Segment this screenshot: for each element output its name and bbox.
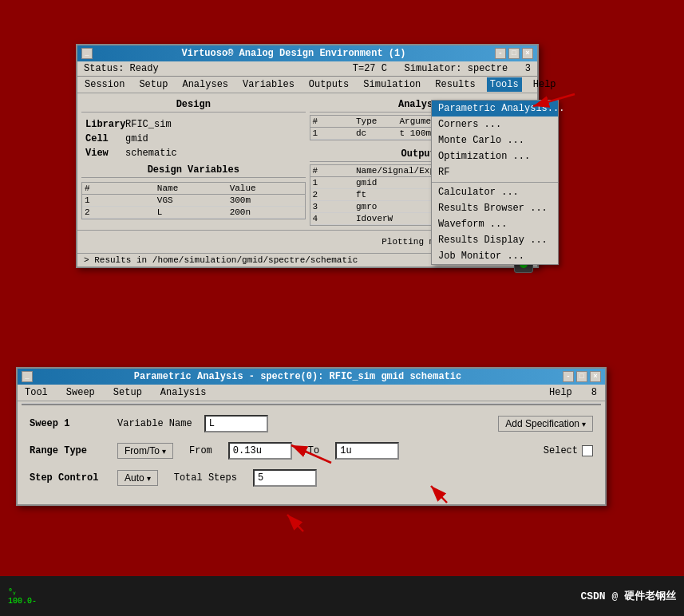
design-header: Design — [81, 97, 306, 113]
menu-monte-carlo[interactable]: Monte Carlo ... — [432, 132, 558, 148]
from-input[interactable] — [228, 442, 292, 460]
menu-outputs[interactable]: Outputs — [306, 77, 352, 92]
cell-row: Cell gmid — [85, 132, 302, 146]
out-r4-name: IdoverW — [356, 214, 443, 223]
from-label: From — [189, 445, 212, 456]
view-value: schematic — [125, 148, 177, 159]
library-value: RFIC_sim — [125, 119, 172, 130]
param-menu-help[interactable]: Help — [546, 385, 575, 400]
out-r3-num: 3 — [313, 202, 357, 211]
menu-session[interactable]: Session — [81, 77, 128, 92]
to-label: To — [308, 445, 319, 456]
select-label: Select — [544, 445, 578, 456]
to-input[interactable] — [335, 442, 399, 460]
param-minimize-btn[interactable]: _ — [22, 371, 33, 382]
parametric-window: _ Parametric Analysis - spectre(0): RFIC… — [16, 367, 607, 506]
svg-line-4 — [287, 515, 303, 531]
range-type-dropdown-icon: ▾ — [162, 447, 166, 456]
dv-row1-num: 1 — [85, 195, 157, 205]
dv-col-num: # — [85, 184, 157, 193]
maximize-btn[interactable]: □ — [508, 48, 520, 59]
step-control-dropdown-icon: ▾ — [147, 474, 151, 483]
out-r1-name: gmid — [356, 178, 443, 188]
dv-row1-value: 300m — [230, 195, 302, 205]
menu-calculator[interactable]: Calculator ... — [432, 184, 558, 200]
select-checkbox[interactable] — [582, 445, 593, 456]
param-menu-bar: Tool Sweep Setup Analysis Help 8 — [18, 385, 605, 401]
menu-results-display[interactable]: Results Display ... — [432, 232, 558, 248]
total-steps-label: Total Steps — [174, 472, 237, 484]
out-r2-num: 2 — [313, 190, 357, 199]
param-right-controls[interactable]: - □ × — [563, 371, 601, 382]
menu-analyses[interactable]: Analyses — [179, 77, 231, 92]
step-control-value: Auto — [125, 472, 144, 484]
total-steps-input[interactable] — [253, 469, 317, 487]
menu-job-monitor[interactable]: Job Monitor ... — [432, 248, 558, 264]
param-close-btn[interactable]: × — [590, 371, 601, 382]
range-type-row: Range Type From/To ▾ From To Select — [30, 442, 593, 460]
out-r1-num: 1 — [313, 178, 357, 188]
an-row1-type: dc — [356, 128, 400, 138]
menu-corners[interactable]: Corners ... — [432, 116, 558, 132]
library-row: Library RFIC_sim — [85, 117, 302, 132]
step-control-row: Step Control Auto ▾ Total Steps — [30, 469, 593, 487]
param-min-btn[interactable]: - — [563, 371, 574, 382]
out-r2-name: ft — [356, 190, 443, 199]
param-menu-sweep[interactable]: Sweep — [63, 385, 98, 400]
param-menu-analysis[interactable]: Analysis — [157, 385, 210, 400]
menu-parametric-analysis[interactable]: Parametric Analysis... — [432, 101, 558, 116]
menu-simulation[interactable]: Simulation — [360, 77, 424, 92]
out-col-name: Name/Signal/Expr — [356, 166, 443, 176]
param-left-controls[interactable]: _ — [22, 371, 33, 382]
bottom-strip: ⁰ᵧ 100.0- CSDN @ 硬件老钢丝 — [0, 576, 684, 616]
library-label: Library — [85, 119, 117, 130]
menu-optimization[interactable]: Optimization ... — [432, 148, 558, 164]
cell-label: Cell — [85, 133, 117, 144]
ade-title: Virtuoso® Analog Design Environment (1) — [182, 48, 406, 59]
close-btn[interactable]: × — [522, 48, 533, 59]
param-max-btn[interactable]: □ — [576, 371, 587, 382]
add-specification-button[interactable]: Add Specification ▾ — [498, 416, 593, 432]
design-info: Library RFIC_sim Cell gmid View schemati… — [81, 115, 306, 163]
step-control-button[interactable]: Auto ▾ — [117, 470, 158, 486]
ade-titlebar: _ Virtuoso® Analog Design Environment (1… — [77, 45, 537, 61]
select-area: Select — [544, 445, 593, 456]
out-r3-name: gmro — [356, 202, 443, 211]
out-r4-num: 4 — [313, 214, 357, 223]
view-row: View schematic — [85, 146, 302, 160]
an-row1-num: 1 — [313, 128, 357, 138]
menu-separator — [432, 182, 558, 183]
menu-waveform[interactable]: Waveform ... — [432, 216, 558, 232]
add-spec-dropdown-icon: ▾ — [582, 420, 586, 428]
titlebar-right-controls[interactable]: - □ × — [495, 48, 533, 59]
sweep1-label: Sweep 1 — [30, 418, 109, 429]
minimize-btn[interactable]: - — [495, 48, 506, 59]
temp-text: T=27 C Simulator: spectre 3 — [353, 63, 531, 74]
minimize-button[interactable]: _ — [81, 48, 93, 59]
dv-row1-name: VGS — [157, 195, 230, 205]
ade-left-panel: Design Library RFIC_sim Cell gmid View s… — [81, 97, 306, 226]
variable-name-label: Variable Name — [117, 418, 192, 429]
variable-name-input[interactable] — [204, 415, 268, 432]
menu-variables[interactable]: Variables — [239, 77, 298, 92]
menu-results[interactable]: Results — [432, 77, 478, 92]
param-menu-tool[interactable]: Tool — [22, 385, 51, 400]
cell-value: gmid — [125, 133, 148, 144]
view-label: View — [85, 148, 117, 159]
menu-rf[interactable]: RF — [432, 164, 558, 180]
param-menu-setup[interactable]: Setup — [110, 385, 145, 400]
an-col-type: Type — [356, 116, 400, 126]
dv-row2-value: 200n — [230, 207, 302, 217]
menu-tools[interactable]: Tools — [487, 77, 522, 92]
menu-results-browser[interactable]: Results Browser ... — [432, 200, 558, 216]
menu-help[interactable]: Help — [530, 77, 559, 92]
range-type-button[interactable]: From/To ▾ — [117, 443, 173, 459]
design-variables-header: Design Variables — [81, 163, 306, 178]
dv-row2-num: 2 — [85, 207, 157, 217]
parametric-titlebar: _ Parametric Analysis - spectre(0): RFIC… — [18, 369, 605, 385]
menu-setup[interactable]: Setup — [136, 77, 171, 92]
add-spec-label: Add Specification — [505, 418, 579, 429]
csdn-watermark: CSDN @ 硬件老钢丝 — [580, 589, 676, 603]
ade-menu-bar: Session Setup Analyses Variables Outputs… — [77, 77, 537, 93]
titlebar-controls[interactable]: _ — [81, 48, 93, 59]
